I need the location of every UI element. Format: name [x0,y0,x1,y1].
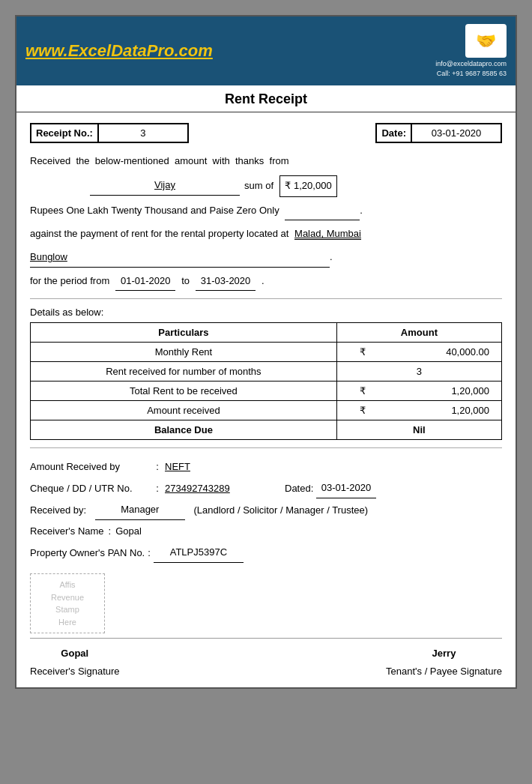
received-by-value: NEFT [165,457,262,477]
table-cell-amount: ₹1,20,000 [336,401,501,420]
separator-1 [30,298,502,299]
signature-section: Gopal Receiver's Signature Jerry Tenant'… [30,638,502,680]
table-cell-amount: 3 [336,362,501,382]
receipt-title: Rent Receipt [16,85,516,112]
rent-receipt-page: www.ExcelDataPro.com 🤝 info@exceldatapro… [15,15,517,689]
currency-symbol: ₹ [285,177,291,196]
receiver-signature-block: Gopal Receiver's Signature [30,645,120,680]
dated-label: Dated: [285,479,313,498]
received-by-role-value: Manager [95,500,185,520]
details-label: Details as below: [30,307,502,318]
table-cell-amount: Nil [336,420,501,440]
amount-received-by-row: Amount Received by : NEFT [30,457,502,477]
header-right: 🤝 info@exceldatapro.com Call: +91 9687 8… [435,24,507,78]
table-row: Monthly Rent₹40,000.00 [31,343,502,362]
content-area: Receipt No.: 3 Date: 03-01-2020 Received… [16,112,516,687]
header-contact: info@exceldatapro.com Call: +91 9687 858… [435,59,507,78]
received-by-role-row: Received by: Manager (Landlord / Solicit… [30,500,502,520]
amount-value: 1,20,000 [294,177,332,196]
cheque-value: 273492743289 [165,479,262,498]
received-text: Received [30,155,70,166]
cheque-row: Cheque / DD / UTR No. : 273492743289 Dat… [30,478,502,498]
against-text: against the payment of rent for the rent… [30,228,288,239]
col-header-particulars: Particulars [31,323,337,343]
receipt-number: 3 [97,124,187,142]
tenant-sig-name: Jerry [386,645,502,662]
receipt-number-box: Receipt No.: 3 [30,123,189,143]
table-row: Rent received for number of months3 [31,362,502,382]
pan-value: ATLPJ5397C [154,543,244,563]
rupees-text: Rupees One Lakh Twenty Thousand and Pais… [30,205,279,216]
stamp-box: Affis Revenue Stamp Here [30,573,105,633]
amount-box: ₹ 1,20,000 [279,175,337,197]
below-mentioned-text: below-mentioned [95,155,169,166]
header-banner: www.ExcelDataPro.com 🤝 info@exceldatapro… [16,16,516,85]
period-to-label: to [181,272,190,291]
table-cell-amount: ₹1,20,000 [336,382,501,401]
period-from-label: for the period from [30,272,109,291]
role-options: (Landlord / Solicitor / Manager / Truste… [193,501,368,520]
details-table: Particulars Amount Monthly Rent₹40,000.0… [30,322,502,440]
intro-paragraph: Received the below-mentioned amount with… [30,152,502,171]
property-row: against the payment of rent for the rent… [30,225,502,244]
table-header-row: Particulars Amount [31,323,502,343]
tenant-signature-block: Jerry Tenant's / Payee Signature [386,645,502,680]
receiver-name-row: Receiver's Name : Gopal [30,522,502,541]
table-cell-amount: ₹40,000.00 [336,343,501,362]
rupees-text-row: Rupees One Lakh Twenty Thousand and Pais… [30,202,502,221]
table-row: Amount received₹1,20,000 [31,401,502,420]
period-to-value: 31-03-2020 [196,272,256,292]
property-type-row: Bunglow. [30,248,502,268]
dated-value: 03-01-2020 [316,478,376,498]
payment-section: Amount Received by : NEFT Cheque / DD / … [30,457,502,563]
received-by-label: Amount Received by [30,457,150,477]
receiver-name-value: Gopal [115,522,142,541]
receiver-sig-role: Receiver's Signature [30,663,120,680]
property-location: Malad, Mumbai [294,228,361,240]
stamp-section: Affis Revenue Stamp Here [30,573,502,633]
pan-label: Property Owner's PAN No. [30,543,145,563]
table-cell-particular: Monthly Rent [31,343,337,362]
amount-word: amount [175,155,207,166]
table-cell-particular: Rent received for number of months [31,362,337,382]
pan-row: Property Owner's PAN No. : ATLPJ5397C [30,543,502,563]
website-url: www.ExcelDataPro.com [25,41,213,61]
logo-icon: 🤝 [465,24,507,58]
date-label: Date: [377,124,411,142]
thanks-text: thanks [235,155,264,166]
cheque-label: Cheque / DD / UTR No. [30,479,150,498]
table-row: Total Rent to be received₹1,20,000 [31,382,502,401]
date-value: 03-01-2020 [411,124,501,142]
table-cell-particular: Amount received [31,401,337,420]
payer-name: Vijay [90,176,240,196]
sum-of-text: sum of [244,177,273,196]
received-by-role-label: Received by: [30,501,86,520]
tenant-sig-role: Tenant's / Payee Signature [386,663,502,680]
date-box: Date: 03-01-2020 [375,123,502,143]
table-row: Balance DueNil [31,420,502,440]
table-cell-particular: Balance Due [31,420,337,440]
col-header-amount: Amount [336,323,501,343]
the-text: the [76,155,89,166]
property-type: Bunglow [30,248,330,268]
receiver-name-label: Receiver's Name [30,522,104,541]
from-text: from [270,155,289,166]
period-from-value: 01-01-2020 [115,272,175,292]
period-row: for the period from 01-01-2020 to 31-03-… [30,272,502,292]
receipt-meta: Receipt No.: 3 Date: 03-01-2020 [30,123,502,143]
receipt-label: Receipt No.: [31,124,97,142]
receiver-sig-name: Gopal [30,645,120,662]
with-text: with [213,155,230,166]
payer-row: Vijay sum of ₹ 1,20,000 [90,175,502,197]
table-cell-particular: Total Rent to be received [31,382,337,401]
separator-2 [30,447,502,448]
